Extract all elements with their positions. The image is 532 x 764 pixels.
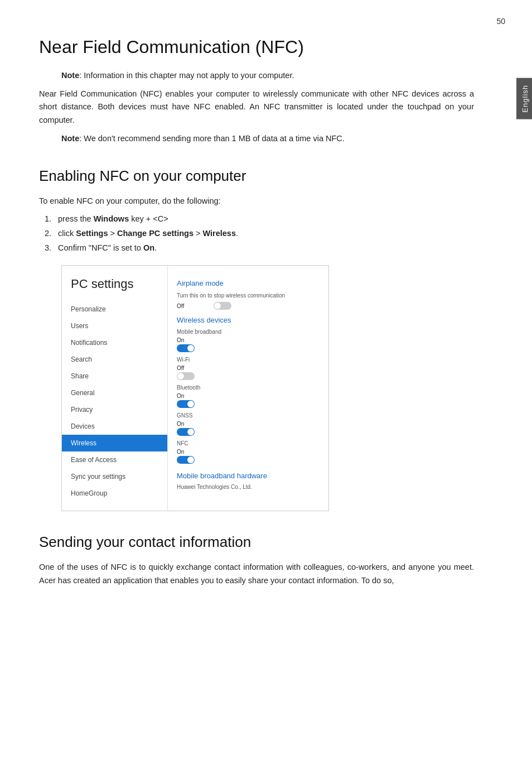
airplane-mode-desc: Turn this on to stop wireless communicat… <box>177 291 320 300</box>
bluetooth-toggle <box>177 400 195 408</box>
step-1: 1. press the Windows key + <C> <box>45 213 474 225</box>
para2-text: One of the uses of NFC is to quickly exc… <box>39 561 474 587</box>
airplane-mode-title: Airplane mode <box>177 278 320 289</box>
nav-share: Share <box>62 368 167 385</box>
nfc-label: NFC On <box>177 439 320 456</box>
gnss-toggle <box>177 428 195 436</box>
language-tab: English <box>516 78 532 119</box>
pc-settings-nav: PC settings Personalize Users Notificati… <box>62 266 168 511</box>
hardware-title: Mobile broadband hardware <box>177 470 320 482</box>
step-2-bold1: Settings <box>76 229 108 238</box>
mobile-broadband-toggle <box>177 344 195 352</box>
airplane-status-col: Off <box>177 302 210 310</box>
wireless-devices-title: Wireless devices <box>177 315 320 326</box>
mobile-broadband-label: Mobile broadband On <box>177 328 320 344</box>
step-2-bold3: Wireless <box>202 229 236 238</box>
nav-sync-settings: Sync your settings <box>62 468 167 485</box>
step-3-num: 3. <box>45 242 56 254</box>
hardware-section: Mobile broadband hardware Huawei Technol… <box>177 470 320 491</box>
step-2-num: 2. <box>45 228 56 240</box>
nav-search: Search <box>62 351 167 368</box>
step-2: 2. click Settings > Change PC settings >… <box>45 228 474 240</box>
pc-settings-right-panel: Airplane mode Turn this on to stop wirel… <box>168 266 328 511</box>
nav-ease-of-access: Ease of Access <box>62 451 167 468</box>
nav-personalize: Personalize <box>62 301 167 318</box>
nav-homegroup: HomeGroup <box>62 485 167 502</box>
sub-title-1: Enabling NFC on your computer <box>39 165 474 187</box>
sub-title-2: Sending your contact information <box>39 531 474 553</box>
step-1-bold: Windows <box>94 214 129 223</box>
page-number: 50 <box>496 16 505 27</box>
nav-privacy: Privacy <box>62 401 167 418</box>
nav-users: Users <box>62 318 167 334</box>
gnss-label: GNSS On <box>177 411 320 428</box>
nav-notifications: Notifications <box>62 334 167 351</box>
enabling-intro: To enable NFC on your computer, do the f… <box>39 195 474 208</box>
steps-list: 1. press the Windows key + <C> 2. click … <box>39 213 474 254</box>
main-title: Near Field Communication (NFC) <box>39 33 474 60</box>
note1-paragraph: Note: Information in this chapter may no… <box>39 69 474 82</box>
note2-label: Note <box>61 134 79 143</box>
wifi-toggle <box>177 372 195 380</box>
note2-text: : We don't recommend sending more than 1… <box>79 134 345 143</box>
airplane-status: Off <box>177 302 210 310</box>
note2-paragraph: Note: We don't recommend sending more th… <box>39 132 474 145</box>
bluetooth-label: Bluetooth On <box>177 383 320 400</box>
wifi-label: Wi-Fi Off <box>177 355 320 372</box>
airplane-toggle <box>214 302 231 310</box>
airplane-mode-toggle-row: Off <box>177 302 320 310</box>
pc-settings-screenshot: PC settings Personalize Users Notificati… <box>61 265 329 511</box>
nav-wireless: Wireless <box>62 435 167 451</box>
step-2-bold2: Change PC settings <box>117 229 194 238</box>
pc-settings-title: PC settings <box>62 275 167 301</box>
nfc-toggle <box>177 456 195 464</box>
hardware-vendor: Huawei Technologies Co., Ltd. <box>177 483 320 491</box>
nav-devices: Devices <box>62 418 167 435</box>
nfc-row <box>177 456 320 464</box>
step-1-num: 1. <box>45 213 56 225</box>
step-3: 3. Confirm "NFC" is set to On. <box>45 242 474 254</box>
step-3-bold: On <box>143 243 154 252</box>
note1-text: : Information in this chapter may not ap… <box>79 71 294 80</box>
bluetooth-row <box>177 400 320 408</box>
nav-general: General <box>62 385 167 401</box>
note1-label: Note <box>61 71 79 80</box>
mobile-broadband-row <box>177 344 320 352</box>
para1-text: Near Field Communication (NFC) enables y… <box>39 88 474 127</box>
gnss-row <box>177 428 320 436</box>
wifi-row <box>177 372 320 380</box>
